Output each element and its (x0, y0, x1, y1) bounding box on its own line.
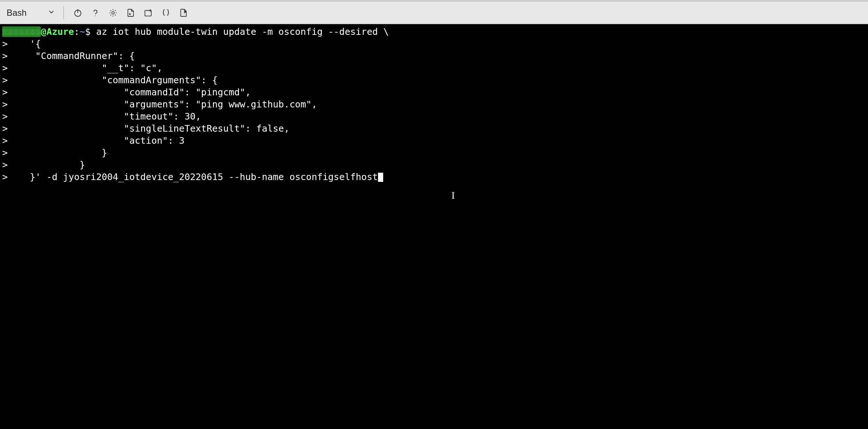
continuation-marker: > (2, 38, 8, 49)
continuation-marker: > (2, 123, 8, 134)
command-text: '{ (8, 38, 41, 49)
command-text: "singleLineTextResult": false, (8, 123, 290, 134)
terminal-cursor (378, 173, 383, 182)
prompt-user-scrubbed: xxxxxxx (2, 26, 41, 37)
settings-button[interactable] (105, 5, 121, 21)
editor-braces-button[interactable] (158, 5, 174, 21)
command-text: "commandArguments": { (8, 75, 218, 85)
command-text: } (8, 147, 107, 158)
continuation-marker: > (2, 160, 8, 170)
upload-download-button[interactable] (123, 5, 138, 21)
continuation-marker: > (2, 135, 8, 146)
text-caret-ibeam: I (451, 189, 455, 201)
toolbar-divider (63, 6, 64, 19)
terminal-output[interactable]: xxxxxxx@Azure:~$ az iot hub module-twin … (0, 24, 868, 429)
continuation-marker: > (2, 172, 8, 182)
continuation-marker: > (2, 75, 8, 85)
continuation-marker: > (2, 99, 8, 110)
web-preview-button[interactable] (176, 5, 191, 21)
svg-point-2 (95, 15, 96, 16)
command-text: "commandId": "pingcmd", (8, 87, 251, 98)
command-text: }' -d jyosri2004_iotdevice_20220615 --hu… (8, 172, 378, 182)
continuation-marker: > (2, 111, 8, 122)
help-button[interactable] (88, 5, 103, 21)
prompt-host: @Azure (41, 26, 74, 37)
command-text: "__t": "c", (8, 63, 162, 73)
command-text: az iot hub module-twin update -m osconfi… (96, 26, 389, 37)
command-text: "action": 3 (8, 135, 185, 146)
command-text: "arguments": "ping www.github.com", (8, 99, 317, 110)
continuation-marker: > (2, 147, 8, 158)
new-session-button[interactable] (141, 5, 156, 21)
shell-selector-label: Bash (7, 8, 27, 18)
shell-selector[interactable]: Bash (3, 6, 58, 19)
prompt-path: ~ (80, 26, 85, 37)
command-text: "CommandRunner": { (8, 51, 135, 61)
command-text: } (8, 160, 85, 170)
cloud-shell-toolbar: Bash (0, 1, 868, 24)
chevron-down-icon (48, 8, 55, 17)
power-restart-button[interactable] (70, 5, 86, 21)
continuation-marker: > (2, 63, 8, 73)
continuation-marker: > (2, 51, 8, 61)
svg-point-3 (112, 11, 114, 14)
command-text: "timeout": 30, (8, 111, 201, 122)
continuation-marker: > (2, 87, 8, 98)
